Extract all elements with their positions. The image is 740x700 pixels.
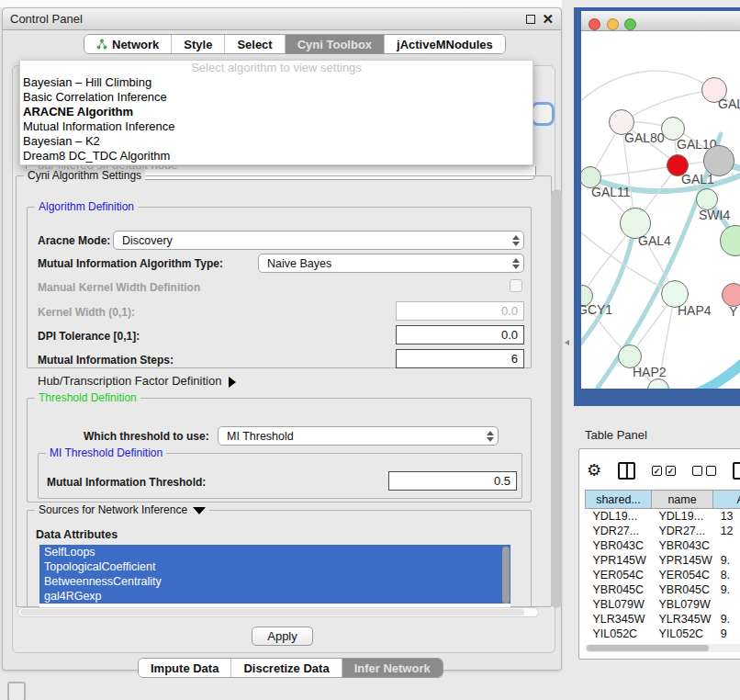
table-cell (713, 538, 740, 553)
table-row[interactable]: YDL19...YDL19...13 (586, 509, 740, 524)
tab-cyni-toolbox[interactable]: Cyni Toolbox (286, 35, 385, 53)
algorithm-definition-title: Algorithm Definition (35, 200, 138, 213)
table-cell: YLR345W (586, 612, 652, 627)
data-attributes-label: Data Attributes (36, 528, 118, 541)
tab-label: jActiveMNodules (397, 38, 493, 51)
tab-discretize-data[interactable]: Discretize Data (231, 659, 342, 677)
data-attribute-item[interactable]: TopologicalCoefficient (39, 559, 510, 574)
data-attribute-item[interactable]: gal4RGexp (39, 589, 510, 604)
close-icon[interactable]: ✕ (542, 11, 554, 28)
data-attribute-item[interactable]: BetweennessCentrality (39, 574, 510, 589)
which-threshold-combobox[interactable]: MI Threshold (218, 426, 499, 446)
table-cell: 13 (713, 509, 740, 524)
deselect-all-checks-icon[interactable] (692, 466, 716, 476)
dropdown-item[interactable]: Bayesian – Hill Climbing (20, 75, 533, 90)
manual-kernel-checkbox[interactable] (510, 279, 522, 292)
settings-horizontal-scrollbar[interactable] (17, 607, 539, 617)
node-label: SWI4 (699, 208, 730, 222)
columns-icon[interactable] (618, 462, 635, 480)
sources-toggle[interactable]: Sources for Network Inference (35, 503, 209, 516)
control-panel-window: Control Panel ✕ NetworkStyleSelectCyni T… (2, 7, 562, 671)
aracne-mode-combobox[interactable]: Discovery (113, 231, 524, 250)
which-threshold-value: MI Threshold (227, 430, 294, 443)
tab-label: Style (184, 38, 212, 51)
mi-threshold-field[interactable]: 0.5 (388, 471, 517, 491)
apply-button[interactable]: Apply (252, 627, 313, 646)
data-attributes-scrollbar[interactable] (502, 547, 510, 604)
collapsed-panel-icon[interactable] (7, 682, 26, 700)
table-horizontal-scrollbar[interactable] (585, 644, 740, 652)
dpi-tolerance-field[interactable]: 0.0 (396, 325, 524, 344)
dropdown-item[interactable]: Basic Correlation Inference (20, 90, 533, 105)
table-row[interactable]: YBR045CYBR045C9. (586, 582, 740, 597)
table-row[interactable]: YIL052CYIL052C9 (586, 627, 740, 641)
table-cell: YDL19... (586, 509, 652, 524)
float-window-icon[interactable] (526, 15, 535, 24)
table-row[interactable]: YBL079WYBL079W (586, 597, 740, 612)
node-label: GAL (718, 96, 740, 111)
tab-infer-network[interactable]: Infer Network (342, 659, 443, 677)
export-table-icon[interactable] (733, 462, 740, 480)
stepper-arrows-icon (483, 427, 498, 445)
column-header-A[interactable]: A (713, 491, 740, 509)
settings-scrollbar[interactable] (551, 189, 562, 608)
table-cell: 9. (713, 553, 740, 568)
dropdown-item[interactable]: ARACNE Algorithm (20, 105, 533, 119)
control-panel-titlebar: Control Panel ✕ (3, 8, 561, 30)
network-window-frame: GALGAL80GAL10GAL1GAL11SWI4GAL4GCY1HAP4YH… (574, 7, 740, 406)
mi-steps-field[interactable]: 6 (396, 349, 524, 368)
table-cell: YDR27... (652, 524, 713, 538)
zoom-traffic-light-icon[interactable] (624, 18, 636, 30)
expand-down-icon (193, 507, 206, 514)
tab-network[interactable]: Network (84, 35, 172, 53)
dropdown-item[interactable]: Bayesian – K2 (20, 134, 533, 149)
node-label: HAP2 (633, 365, 667, 379)
network-canvas[interactable]: GALGAL80GAL10GAL1GAL11SWI4GAL4GCY1HAP4YH… (581, 31, 740, 389)
tab-label: Select (237, 38, 272, 51)
node-label: HAP4 (678, 303, 712, 318)
table-cell: YPR145W (652, 553, 713, 568)
stepper-arrows-icon (509, 254, 523, 272)
column-header-name[interactable]: name (652, 491, 713, 509)
table-cell: YDR27... (586, 524, 652, 538)
gear-icon[interactable]: ⚙ (587, 462, 601, 479)
table-row[interactable]: YPR145WYPR145W9. (586, 553, 740, 568)
top-strip (0, 0, 562, 7)
node-label: GAL80 (624, 130, 665, 145)
dropdown-item[interactable]: Mutual Information Inference (20, 119, 533, 134)
cyni-bottom-tabs: Impute DataDiscretize DataInfer Network (138, 658, 443, 678)
minimize-traffic-light-icon[interactable] (607, 18, 619, 30)
tab-select[interactable]: Select (225, 35, 285, 53)
table-row[interactable]: YBR043CYBR043C (586, 538, 740, 553)
expand-right-icon (229, 377, 236, 388)
table-row[interactable]: YER054CYER054C8. (586, 568, 740, 582)
table-panel: ⚙ ✓✓ shared...nameA YDL19...YDL19...13YD… (578, 448, 740, 660)
table-cell: 9 (713, 627, 740, 641)
table-cell: YLR345W (652, 612, 713, 627)
table-row[interactable]: YLR345WYLR345W9. (586, 612, 740, 627)
table-cell (713, 597, 740, 612)
select-all-checks-icon[interactable]: ✓✓ (652, 466, 676, 476)
tab-label: Network (112, 38, 159, 51)
close-traffic-light-icon[interactable] (589, 18, 600, 30)
table-row[interactable]: YDR27...YDR27...12 (586, 524, 740, 538)
table-cell: YER054C (652, 568, 713, 582)
table-cell: 9. (713, 582, 740, 597)
tab-style[interactable]: Style (172, 35, 225, 53)
data-attribute-item[interactable]: SelfLoops (39, 545, 510, 559)
manual-kernel-label: Manual Kernel Width Definition (38, 281, 200, 294)
focused-combo-fragment (531, 102, 555, 126)
splitter-handle-icon[interactable] (565, 340, 569, 345)
kernel-width-field[interactable]: 0.0 (396, 301, 524, 321)
column-header-shared[interactable]: shared... (586, 491, 652, 509)
data-attributes-list[interactable]: SelfLoopsTopologicalCoefficientBetweenne… (39, 545, 510, 607)
network-window: GALGAL80GAL10GAL1GAL11SWI4GAL4GCY1HAP4YH… (581, 11, 740, 389)
table-cell: YIL052C (652, 627, 713, 641)
mi-type-combobox[interactable]: Naive Bayes (258, 254, 524, 273)
hub-definition-toggle[interactable]: Hub/Transcription Factor Definition (38, 374, 236, 388)
threshold-definition-title: Threshold Definition (35, 391, 140, 404)
dropdown-item[interactable]: Dream8 DC_TDC Algorithm (20, 149, 533, 164)
tab-jactivemnodules[interactable]: jActiveMNodules (385, 35, 505, 53)
tab-impute-data[interactable]: Impute Data (139, 659, 231, 677)
table-cell: YBR043C (586, 538, 652, 553)
